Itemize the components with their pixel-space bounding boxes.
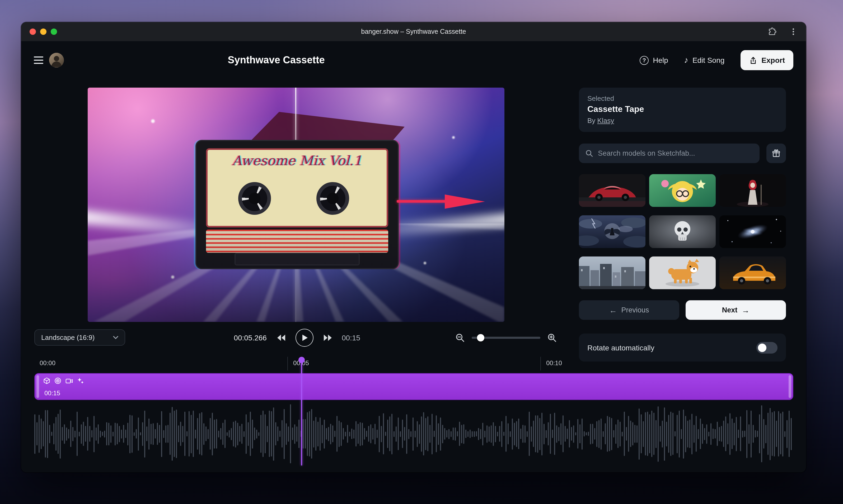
music-note-icon: ♪ <box>684 56 688 65</box>
extensions-puzzle-icon[interactable] <box>767 26 777 37</box>
model-thumb-fantasy-character[interactable] <box>719 174 786 207</box>
selected-model-name: Cassette Tape <box>587 105 777 114</box>
spiral-disc-icon <box>54 377 61 384</box>
sparkles-icon <box>77 377 84 384</box>
search-input[interactable] <box>598 149 753 157</box>
close-window-button[interactable] <box>30 29 36 35</box>
preview-vignette <box>88 88 504 322</box>
model-thumbnail-grid <box>579 174 786 289</box>
share-export-icon <box>749 56 757 65</box>
zoom-in-button[interactable] <box>546 332 558 344</box>
arrow-left-icon: ← <box>609 306 617 314</box>
clip-icons <box>43 377 84 384</box>
arrow-right-icon: → <box>742 306 750 314</box>
current-time: 00:05.266 <box>232 334 267 342</box>
audio-waveform[interactable] <box>34 402 793 466</box>
model-thumb-angel-in-storm-clouds[interactable] <box>579 215 646 248</box>
previous-button[interactable]: ← Previous <box>579 300 679 320</box>
traffic-lights <box>30 29 57 35</box>
help-button[interactable]: ? Help <box>640 56 668 65</box>
model-thumb-red-sports-car[interactable] <box>579 174 646 207</box>
search-icon <box>585 149 593 157</box>
rotate-automatically-toggle[interactable] <box>756 342 777 353</box>
selected-model-card: Selected Cassette Tape By Klasy <box>579 88 786 132</box>
rotate-automatically-label: Rotate automatically <box>587 343 654 352</box>
app-header: Synthwave Cassette ? Help ♪ Edit Song Ex… <box>21 41 806 79</box>
toggle-knob <box>758 343 767 352</box>
model-byline: By Klasy <box>587 116 777 125</box>
zoom-out-button[interactable] <box>454 332 466 344</box>
timeline-zoom-controls <box>454 328 558 347</box>
magnifier-minus-icon <box>455 333 465 342</box>
aspect-ratio-dropdown[interactable]: Landscape (16:9) <box>34 329 125 346</box>
ruler-tick-label: 00:00 <box>34 357 287 371</box>
app-window: banger.show – Synthwave Cassette <box>21 22 806 472</box>
menu-hamburger-icon[interactable] <box>34 56 43 64</box>
export-button[interactable]: Export <box>740 50 793 70</box>
window-titlebar: banger.show – Synthwave Cassette <box>21 22 806 41</box>
desktop-background: banger.show – Synthwave Cassette <box>0 0 843 504</box>
gift-icon <box>772 149 781 158</box>
rewind-button[interactable] <box>275 332 287 344</box>
ruler-tick-label: 00:05 <box>287 357 540 371</box>
ruler-tick-label: 00:10 <box>540 357 793 371</box>
timeline-ruler[interactable]: 00:00 00:05 00:10 <box>34 357 793 371</box>
timeline-clip[interactable]: 00:15 <box>34 373 793 400</box>
browser-menu-kebab-icon[interactable] <box>788 26 798 37</box>
model-thumb-spiral-galaxy[interactable] <box>719 215 786 248</box>
magnifier-plus-icon <box>547 333 557 342</box>
cube-3d-icon <box>43 377 50 384</box>
total-duration: 00:15 <box>342 334 360 342</box>
model-thumb-city-buildings[interactable] <box>579 256 646 289</box>
video-camera-icon <box>66 378 73 384</box>
model-search-box[interactable] <box>579 144 759 163</box>
selected-label: Selected <box>587 94 777 102</box>
user-avatar[interactable] <box>49 53 64 68</box>
transport-cluster: 00:05.266 00:15 <box>232 328 360 347</box>
model-sidebar: Selected Cassette Tape By Klasy <box>579 88 786 361</box>
minimize-window-button[interactable] <box>40 29 47 35</box>
model-pagination: ← Previous Next → <box>579 300 786 320</box>
window-title: banger.show – Synthwave Cassette <box>361 28 466 35</box>
zoom-slider-knob[interactable] <box>477 334 484 341</box>
model-thumb-anime-character[interactable] <box>649 174 716 207</box>
model-thumb-shiba-dog[interactable] <box>649 256 716 289</box>
rewind-icon <box>276 334 286 341</box>
author-link[interactable]: Klasy <box>597 116 614 125</box>
zoom-slider[interactable] <box>472 337 540 339</box>
model-thumb-vintage-orange-car[interactable] <box>719 256 786 289</box>
help-icon: ? <box>640 56 649 65</box>
edit-song-button[interactable]: ♪ Edit Song <box>684 56 724 65</box>
chevron-down-icon <box>113 336 118 339</box>
surprise-model-button[interactable] <box>767 144 786 163</box>
model-search-row <box>579 144 786 163</box>
playhead-handle[interactable] <box>298 357 305 363</box>
playhead-line <box>301 359 302 466</box>
project-title: Synthwave Cassette <box>228 54 325 66</box>
header-actions: ? Help ♪ Edit Song Export <box>640 50 793 70</box>
titlebar-actions <box>767 22 798 41</box>
maximize-window-button[interactable] <box>51 29 57 35</box>
timeline: 00:00 00:05 00:10 <box>34 357 793 466</box>
play-button[interactable] <box>295 329 313 347</box>
fast-forward-button[interactable] <box>322 332 333 344</box>
next-button[interactable]: Next → <box>686 300 786 320</box>
playback-controls: Landscape (16:9) 00:05.266 00:15 <box>34 328 558 347</box>
model-thumb-skull[interactable] <box>649 215 716 248</box>
fast-forward-icon <box>323 334 332 341</box>
clip-duration-label: 00:15 <box>45 390 60 397</box>
video-preview[interactable]: Awesome Mix Vol.1 <box>88 88 504 322</box>
play-icon <box>303 335 308 341</box>
